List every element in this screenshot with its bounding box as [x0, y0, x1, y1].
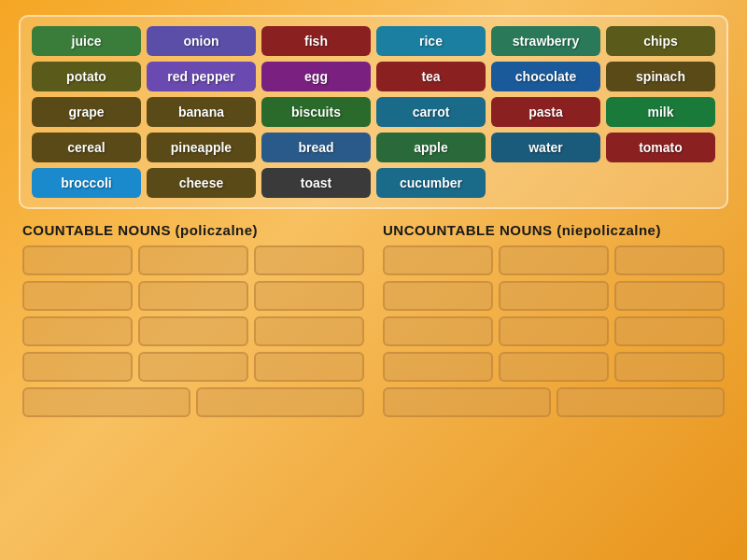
uncountable-last-row [383, 387, 725, 417]
uncountable-slot-2[interactable] [614, 245, 725, 275]
countable-last-slot-1[interactable] [196, 387, 364, 417]
word-button-cucumber[interactable]: cucumber [376, 168, 486, 198]
uncountable-drop-grid [383, 245, 725, 382]
word-button-potato[interactable]: potato [32, 62, 141, 91]
uncountable-title: UNCOUNTABLE NOUNS (niepoliczalne) [383, 222, 725, 238]
countable-title: COUNTABLE NOUNS (policzalne) [22, 222, 364, 238]
uncountable-category: UNCOUNTABLE NOUNS (niepoliczalne) [383, 222, 725, 382]
uncountable-last-slot-0[interactable] [383, 387, 551, 417]
word-button-egg[interactable]: egg [261, 62, 371, 91]
countable-slot-7[interactable] [138, 316, 248, 346]
countable-slot-11[interactable] [254, 352, 364, 382]
word-bank: juiceonionfishricestrawberrychipspotator… [19, 15, 728, 209]
countable-slot-10[interactable] [138, 352, 248, 382]
bottom-section: COUNTABLE NOUNS (policzalne) UNCOUNTABLE… [19, 222, 728, 382]
uncountable-slot-5[interactable] [614, 281, 725, 311]
word-button-strawberry[interactable]: strawberry [491, 26, 600, 56]
countable-slot-9[interactable] [22, 352, 133, 382]
word-button-tomato[interactable]: tomato [606, 133, 715, 162]
countable-slot-5[interactable] [254, 281, 364, 311]
word-button-grape[interactable]: grape [32, 97, 141, 127]
word-button-onion[interactable]: onion [147, 26, 256, 56]
main-container: juiceonionfishricestrawberrychipspotator… [0, 0, 747, 428]
countable-slot-6[interactable] [22, 316, 133, 346]
uncountable-slot-7[interactable] [499, 316, 609, 346]
word-button-broccoli[interactable]: broccoli [32, 168, 141, 198]
uncountable-slot-10[interactable] [499, 352, 609, 382]
word-button-spinach[interactable]: spinach [606, 62, 715, 91]
word-button-milk[interactable]: milk [606, 97, 715, 127]
word-button-cereal[interactable]: cereal [32, 133, 141, 162]
word-button-tea[interactable]: tea [376, 62, 486, 91]
uncountable-last-slot-1[interactable] [557, 387, 725, 417]
word-button-toast[interactable]: toast [261, 168, 371, 198]
uncountable-slot-4[interactable] [499, 281, 609, 311]
word-button-fish[interactable]: fish [261, 26, 371, 56]
countable-drop-grid [22, 245, 364, 382]
countable-slot-8[interactable] [254, 316, 364, 346]
uncountable-slot-11[interactable] [614, 352, 725, 382]
countable-last-row [22, 387, 364, 417]
countable-slot-1[interactable] [138, 245, 248, 275]
countable-slot-0[interactable] [22, 245, 133, 275]
countable-category: COUNTABLE NOUNS (policzalne) [22, 222, 364, 382]
countable-last-slot-0[interactable] [22, 387, 190, 417]
bottom-row [19, 387, 728, 417]
word-button-bread[interactable]: bread [261, 133, 371, 162]
word-button-pasta[interactable]: pasta [491, 97, 600, 127]
word-button-apple[interactable]: apple [376, 133, 486, 162]
uncountable-slot-9[interactable] [383, 352, 493, 382]
word-button-cheese[interactable]: cheese [147, 168, 256, 198]
uncountable-slot-0[interactable] [383, 245, 493, 275]
uncountable-slot-8[interactable] [614, 316, 725, 346]
word-button-red-pepper[interactable]: red pepper [147, 62, 256, 91]
word-bank-grid: juiceonionfishricestrawberrychipspotator… [32, 26, 715, 198]
word-button-pineapple[interactable]: pineapple [147, 133, 256, 162]
countable-slot-3[interactable] [22, 281, 133, 311]
countable-slot-4[interactable] [138, 281, 248, 311]
word-button-chocolate[interactable]: chocolate [491, 62, 600, 91]
word-button-banana[interactable]: banana [147, 97, 256, 127]
word-button-biscuits[interactable]: biscuits [261, 97, 371, 127]
word-button-juice[interactable]: juice [32, 26, 141, 56]
word-button-rice[interactable]: rice [376, 26, 486, 56]
word-button-chips[interactable]: chips [606, 26, 715, 56]
word-button-carrot[interactable]: carrot [376, 97, 486, 127]
uncountable-slot-6[interactable] [383, 316, 493, 346]
word-button-water[interactable]: water [491, 133, 600, 162]
countable-slot-2[interactable] [254, 245, 364, 275]
uncountable-slot-1[interactable] [499, 245, 609, 275]
uncountable-slot-3[interactable] [383, 281, 493, 311]
